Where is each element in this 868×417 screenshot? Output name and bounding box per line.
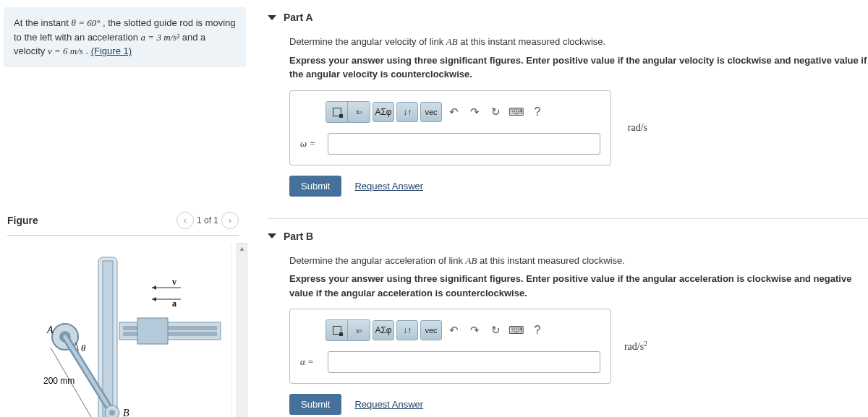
part-a-answer-input[interactable] xyxy=(328,133,600,155)
equation-toolbar: xa ΑΣφ ↓↑ vec ↶ ↷ ↻ ⌨ ? xyxy=(326,319,600,341)
figure-next-button[interactable]: › xyxy=(221,212,239,229)
equation-toolbar: xa ΑΣφ ↓↑ vec ↶ ↷ ↻ ⌨ ? xyxy=(326,101,600,123)
figure-scrollbar[interactable]: ▲ ▼ xyxy=(237,243,247,418)
template-icon xyxy=(333,326,341,335)
template-icon xyxy=(333,108,341,116)
vector-button[interactable]: vec xyxy=(420,320,442,340)
keyboard-button[interactable]: ⌨ xyxy=(507,321,526,340)
reset-button[interactable]: ↻ xyxy=(486,321,505,340)
svg-rect-2 xyxy=(119,322,221,340)
reset-button[interactable]: ↻ xyxy=(486,103,505,121)
figure-count: 1 of 1 xyxy=(197,215,218,225)
accel-value: a = 3 m/s² xyxy=(141,32,179,43)
greek-button[interactable]: ΑΣφ xyxy=(373,320,394,340)
svg-rect-5 xyxy=(137,318,168,344)
omega-label: ω = xyxy=(300,138,322,150)
part-a-title: Part A xyxy=(284,12,313,23)
scroll-up-icon[interactable]: ▲ xyxy=(237,244,247,254)
undo-button[interactable]: ↶ xyxy=(444,321,463,340)
part-a-question: Determine the angular velocity of link A… xyxy=(289,35,868,49)
label-b: B xyxy=(123,408,129,418)
part-b-title: Part B xyxy=(284,231,313,242)
problem-statement: At the instant θ = 60° , the slotted gui… xyxy=(4,7,246,67)
part-b-submit-button[interactable]: Submit xyxy=(289,394,341,415)
part-a-answer-box: xa ΑΣφ ↓↑ vec ↶ ↷ ↻ ⌨ ? ω = xyxy=(289,90,611,165)
vector-button[interactable]: vec xyxy=(420,102,442,122)
alpha-label: α = xyxy=(300,356,322,368)
help-button[interactable]: ? xyxy=(528,321,547,340)
undo-button[interactable]: ↶ xyxy=(444,103,463,121)
template-button[interactable] xyxy=(326,320,348,340)
part-a-submit-button[interactable]: Submit xyxy=(289,176,341,197)
part-b-unit: rad/s2 xyxy=(624,340,647,353)
part-a-instruction: Express your answer using three signific… xyxy=(289,53,868,82)
vel-value: v = 6 m/s xyxy=(48,46,83,56)
figure-diagram: A θ 200 mm B v a xyxy=(7,243,231,418)
figure-prev-button[interactable]: ‹ xyxy=(176,212,194,229)
fraction-button[interactable]: xa xyxy=(348,320,370,340)
intro-text: At the instant xyxy=(14,17,72,28)
label-accel: a xyxy=(172,298,176,309)
redo-button[interactable]: ↷ xyxy=(465,103,484,121)
part-b-answer-input[interactable] xyxy=(328,351,600,373)
redo-button[interactable]: ↷ xyxy=(465,321,484,340)
label-theta: θ xyxy=(81,343,86,353)
greek-button[interactable]: ΑΣφ xyxy=(373,102,394,122)
part-b-header[interactable]: Part B xyxy=(268,226,868,246)
subscript-button[interactable]: ↓↑ xyxy=(396,320,418,340)
part-b-request-answer-link[interactable]: Request Answer xyxy=(354,399,423,410)
figure-title: Figure xyxy=(7,215,38,226)
svg-point-11 xyxy=(109,410,115,416)
keyboard-button[interactable]: ⌨ xyxy=(507,103,526,121)
collapse-icon xyxy=(268,15,276,20)
help-button[interactable]: ? xyxy=(528,103,547,121)
part-a-header[interactable]: Part A xyxy=(268,7,868,27)
part-b-answer-box: xa ΑΣφ ↓↑ vec ↶ ↷ ↻ ⌨ ? α = xyxy=(289,309,611,384)
collapse-icon xyxy=(268,233,276,238)
label-200mm: 200 mm xyxy=(43,376,75,386)
fraction-button[interactable]: xa xyxy=(348,102,370,122)
label-v: v xyxy=(172,277,176,287)
part-a-unit: rad/s xyxy=(628,122,647,134)
theta-value: θ = 60° xyxy=(72,17,101,28)
part-b-question: Determine the angular acceleration of li… xyxy=(289,254,868,268)
subscript-button[interactable]: ↓↑ xyxy=(396,102,418,122)
label-a: A xyxy=(46,324,54,335)
figure-link[interactable]: (Figure 1) xyxy=(91,46,132,56)
part-a-request-answer-link[interactable]: Request Answer xyxy=(354,181,423,192)
template-button[interactable] xyxy=(326,102,348,122)
part-b-instruction: Express your answer using three signific… xyxy=(289,272,868,300)
